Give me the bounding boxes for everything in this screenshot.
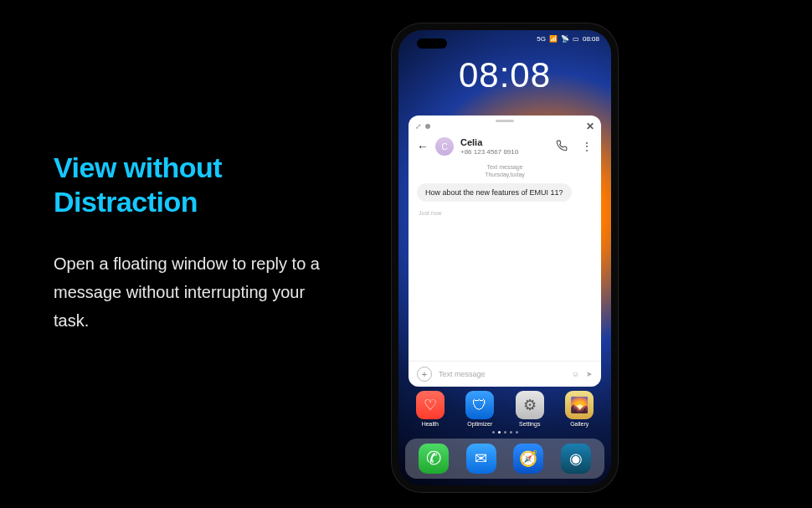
send-icon[interactable]: ➤ (586, 370, 593, 378)
contact-number: +86 123 4567 8910 (460, 148, 549, 157)
floating-window[interactable]: ⤢ ✕ ← C Celia +86 123 4567 8910 ⋮ (409, 115, 601, 387)
message-input-bar: + Text message ☺ ➤ (409, 361, 601, 387)
marketing-text: View without Distraction Open a floating… (54, 151, 321, 335)
thread-meta: Text message Thursday,today (409, 163, 601, 178)
phone-frame: 5G 📶 📡 ▭ 08:08 08:08 ⤢ ✕ ← C Celia (392, 23, 618, 492)
expand-icon[interactable]: ⤢ (415, 122, 422, 131)
message-timestamp: Just now (409, 210, 601, 216)
marketing-description: Open a floating window to reply to a mes… (54, 249, 321, 335)
contact-name: Celia (460, 137, 549, 148)
signal-icon: 📶 (549, 35, 558, 43)
attach-icon[interactable]: + (417, 367, 432, 382)
dock-camera-icon[interactable]: ◉ (561, 444, 591, 474)
page-indicator (398, 422, 611, 437)
dock-browser-icon[interactable]: 🧭 (513, 444, 543, 474)
message-bubble[interactable]: How about the new features of EMUI 11? (409, 178, 601, 207)
back-icon[interactable]: ← (417, 140, 429, 153)
more-icon[interactable]: ⋮ (581, 140, 593, 153)
close-icon[interactable]: ✕ (586, 121, 594, 132)
settings-icon: ⚙ (516, 391, 544, 419)
health-icon: ♡ (416, 391, 445, 419)
drag-handle[interactable] (496, 120, 514, 122)
minimize-dot[interactable] (425, 124, 430, 129)
statusbar-time: 08:08 (583, 35, 599, 43)
battery-icon: ▭ (573, 35, 579, 43)
wifi-icon: 📡 (561, 35, 569, 43)
gallery-icon: 🌄 (565, 391, 594, 419)
avatar[interactable]: C (435, 137, 454, 156)
dock-phone-icon[interactable]: ✆ (419, 444, 449, 474)
lockscreen-clock: 08:08 (398, 55, 611, 95)
phone-screen: 5G 📶 📡 ▭ 08:08 08:08 ⤢ ✕ ← C Celia (398, 30, 611, 485)
call-icon[interactable] (556, 140, 568, 153)
dock: ✆ ✉ 🧭 ◉ (405, 439, 604, 479)
emoji-icon[interactable]: ☺ (572, 370, 579, 378)
chat-header: ← C Celia +86 123 4567 8910 ⋮ (409, 134, 601, 160)
message-input[interactable]: Text message (439, 370, 565, 378)
marketing-title: View without Distraction (54, 151, 321, 219)
network-label: 5G (537, 35, 546, 43)
dock-messages-icon[interactable]: ✉ (466, 444, 496, 474)
optimizer-icon: 🛡 (465, 391, 494, 419)
camera-cutout (417, 38, 447, 49)
